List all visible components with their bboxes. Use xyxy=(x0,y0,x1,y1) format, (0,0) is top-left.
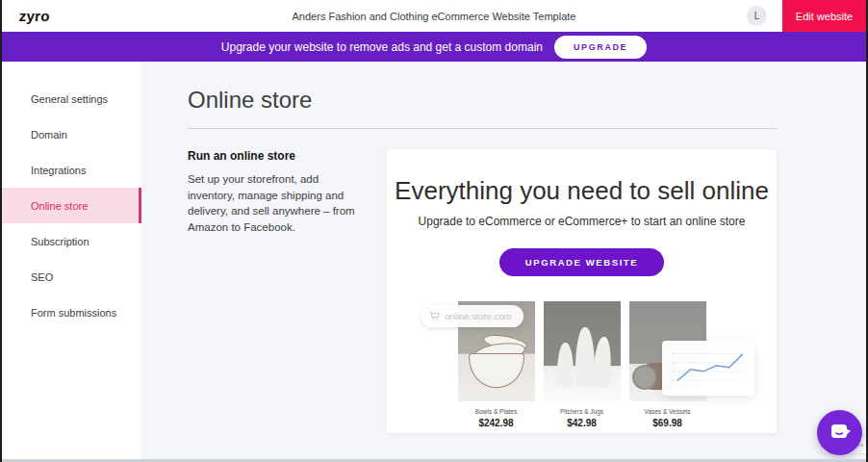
upgrade-button[interactable]: UPGRADE xyxy=(554,36,647,59)
chat-button[interactable] xyxy=(817,410,862,455)
sidebar-item-general-settings[interactable]: General settings xyxy=(2,81,141,116)
website-title: Anders Fashion and Clothing eCommerce We… xyxy=(2,11,866,22)
promo-chart-line xyxy=(677,354,742,380)
intro-description: Set up your storefront, add inventory, m… xyxy=(188,171,366,236)
upgrade-banner-text: Upgrade your website to remove ads and g… xyxy=(221,40,543,54)
jug-shape xyxy=(557,343,574,387)
product-price: $69.98 xyxy=(629,418,706,428)
app-window: zyro Anders Fashion and Clothing eCommer… xyxy=(0,0,868,462)
edit-website-button[interactable]: Edit website xyxy=(782,0,866,32)
promo-heading: Everything you need to sell online xyxy=(387,176,777,206)
sidebar-item-form-submissions[interactable]: Form submissions xyxy=(2,295,141,330)
top-bar-right: L Edit website xyxy=(747,0,866,32)
store-url-text: online.store.com xyxy=(445,311,512,321)
promo-subheading: Upgrade to eCommerce or eCommerce+ to st… xyxy=(387,215,777,228)
top-bar: zyro Anders Fashion and Clothing eCommer… xyxy=(2,0,866,32)
title-divider xyxy=(188,128,777,129)
sidebar-item-online-store[interactable]: Online store xyxy=(2,188,141,223)
sidebar-item-subscription[interactable]: Subscription xyxy=(2,223,141,259)
bowl-shape xyxy=(469,353,524,388)
upgrade-website-button[interactable]: UPGRADE WEBSITE xyxy=(499,248,664,276)
intro-heading: Run an online store xyxy=(188,149,366,163)
sales-line-chart xyxy=(666,346,751,391)
avatar[interactable]: L xyxy=(747,6,767,26)
content-row: Run an online store Set up your storefro… xyxy=(188,149,866,433)
store-url-pill: online.store.com xyxy=(421,305,523,327)
sidebar-item-seo[interactable]: SEO xyxy=(2,259,141,295)
intro-column: Run an online store Set up your storefro… xyxy=(188,149,366,433)
page-title: Online store xyxy=(188,87,866,114)
cart-icon xyxy=(429,311,440,321)
sidebar-item-domain[interactable]: Domain xyxy=(2,116,141,152)
settings-sidebar: General settings Domain Integrations Onl… xyxy=(2,62,141,462)
product-card: Pitchers & Jugs $42.98 xyxy=(544,301,621,428)
sidebar-item-integrations[interactable]: Integrations xyxy=(2,152,141,188)
main-content: Online store Run an online store Set up … xyxy=(141,62,866,462)
product-name: Vases & Vessels xyxy=(629,408,706,415)
chat-bubble-icon xyxy=(829,423,852,444)
zyro-logo[interactable]: zyro xyxy=(18,8,50,24)
sales-chart-card xyxy=(662,341,754,396)
product-name: Pitchers & Jugs xyxy=(544,408,621,415)
product-price: $242.98 xyxy=(458,418,535,428)
jug-shape xyxy=(592,336,613,387)
product-name: Bowls & Plates xyxy=(458,408,535,415)
product-photo-jugs xyxy=(544,301,621,401)
body-row: General settings Domain Integrations Onl… xyxy=(2,62,866,462)
promo-card: Everything you need to sell online Upgra… xyxy=(387,149,777,433)
jug-shape xyxy=(575,327,595,387)
upgrade-banner: Upgrade your website to remove ads and g… xyxy=(2,32,866,62)
product-price: $42.98 xyxy=(544,418,621,428)
